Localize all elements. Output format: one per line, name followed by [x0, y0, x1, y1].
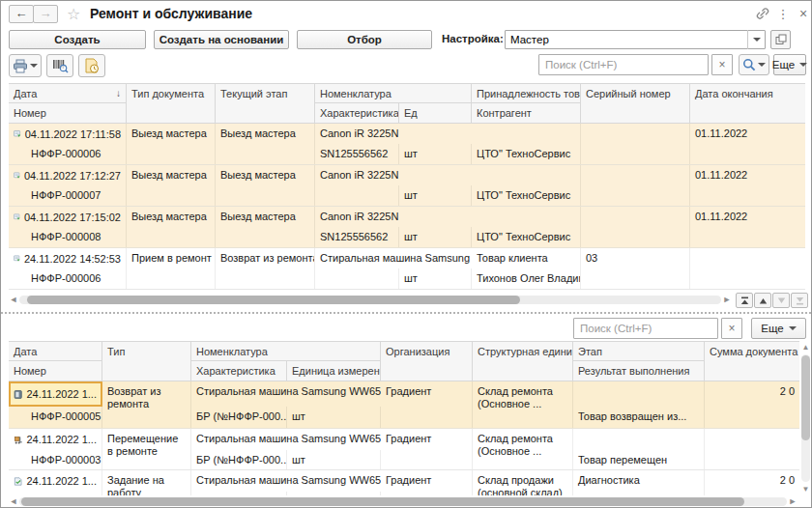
- search-button[interactable]: [739, 54, 769, 75]
- scroll-left-icon[interactable]: ◄: [9, 295, 18, 305]
- scroll-left-icon[interactable]: ◄: [9, 496, 18, 507]
- ownership-cell: [472, 124, 581, 144]
- scroll-down-icon[interactable]: ▼: [799, 483, 812, 495]
- settings-dropdown-button[interactable]: [747, 30, 765, 49]
- nomenclature-cell: Canon iR 3225N: [315, 124, 472, 144]
- characteristic-cell: SN125556562: [315, 227, 399, 247]
- characteristic-cell: [315, 268, 399, 289]
- col-characteristic[interactable]: Характеристика: [191, 361, 287, 381]
- serial-cell: [581, 124, 690, 164]
- settings-input[interactable]: [505, 30, 766, 49]
- col-result[interactable]: Результат выполнения: [573, 361, 705, 381]
- scroll-thumb[interactable]: [801, 355, 810, 440]
- barcode-search-icon: [52, 58, 69, 73]
- doc-type-cell: Выезд мастера: [127, 207, 216, 247]
- scroll-right-icon[interactable]: ►: [722, 295, 732, 305]
- table1-hscrollbar[interactable]: ◄ ►: [9, 293, 732, 307]
- table-row[interactable]: 04.11.2022 17:11:58 Выезд мастера Выезд …: [9, 124, 805, 165]
- col-doc-type[interactable]: Тип документа: [127, 83, 216, 124]
- serial-cell: [581, 165, 690, 206]
- search-clear-button[interactable]: ×: [711, 54, 733, 75]
- go-last-button[interactable]: [791, 293, 808, 308]
- settings-choose-button[interactable]: [770, 30, 791, 49]
- more-button-top[interactable]: Еще: [773, 54, 806, 75]
- table-row-selected[interactable]: 24.11.2022 1... Возврат из ремонта Стира…: [9, 381, 799, 429]
- print-button[interactable]: [9, 54, 42, 77]
- more-menu-icon[interactable]: ⋮: [774, 6, 792, 23]
- result-cell: Товар возвращен из...: [573, 407, 705, 428]
- col-number[interactable]: Номер: [9, 361, 102, 381]
- doc-type-cell: Прием в ремонт: [127, 248, 216, 289]
- link-icon[interactable]: [754, 6, 771, 23]
- stage-cell: Выезд мастера: [216, 207, 315, 247]
- page-title: Ремонт и обслуживание: [90, 6, 252, 21]
- scroll-thumb[interactable]: [27, 296, 520, 304]
- nomenclature-cell: Canon iR 3225N: [315, 165, 472, 185]
- recent-documents-button[interactable]: [78, 54, 105, 77]
- doc-date-cell: 24.11.2022 1...: [9, 429, 102, 450]
- stage-cell: Возврат из ремонта: [216, 248, 315, 289]
- more-button-bottom[interactable]: Еще: [751, 318, 806, 339]
- nav-history: ← →: [9, 5, 58, 23]
- structural-unit-cell: Склад ремонта (Основное ...: [473, 381, 573, 428]
- table-row[interactable]: 24.11.2022 14:52:53 Прием в ремонт Возвр…: [9, 248, 805, 290]
- col-type[interactable]: Тип: [102, 341, 191, 381]
- nomenclature-cell: Стиральная машина Samsung WW65A4...: [191, 429, 381, 450]
- create-on-basis-button[interactable]: Создать на основании: [154, 30, 289, 49]
- col-organization[interactable]: Организация: [381, 341, 473, 381]
- col-ownership[interactable]: Принадлежность товара: [472, 83, 581, 103]
- col-counterparty[interactable]: Контрагент: [472, 103, 581, 124]
- doc-type-cell: Задание на работу: [102, 470, 191, 495]
- col-number[interactable]: Номер: [9, 103, 127, 124]
- table-row[interactable]: 04.11.2022 17:15:02 Выезд мастера Выезд …: [9, 207, 805, 248]
- col-characteristic[interactable]: Характеристика: [315, 103, 399, 124]
- table2-hscrollbar[interactable]: ◄ ►: [9, 494, 798, 508]
- panel-splitter[interactable]: [1, 312, 811, 314]
- filter-button[interactable]: Отбор: [297, 30, 432, 49]
- doc-number-cell: НФФР-000007: [9, 185, 127, 206]
- scroll-thumb[interactable]: [21, 497, 744, 506]
- col-serial[interactable]: Серийный номер: [581, 83, 690, 124]
- table2-vscrollbar[interactable]: ▲ ▼: [799, 341, 812, 495]
- search-input-bottom[interactable]: [573, 318, 718, 339]
- close-icon[interactable]: ×: [795, 6, 812, 23]
- back-button[interactable]: ←: [9, 5, 34, 23]
- nomenclature-cell: Стиральная машина Samsung WW65A4...: [191, 470, 381, 492]
- doc-date-cell: 04.11.2022 17:11:58: [9, 124, 127, 144]
- col-sum[interactable]: Сумма документа: [705, 341, 799, 381]
- doc-type-cell: Возврат из ремонта: [102, 381, 191, 428]
- col-end-date[interactable]: Дата окончания: [690, 83, 805, 124]
- characteristic-cell: [315, 185, 399, 206]
- chevron-down-icon: [758, 63, 766, 67]
- col-date[interactable]: Дата↓: [9, 83, 127, 103]
- structural-unit-cell: Склад ремонта (Основное ...: [473, 429, 573, 469]
- col-unit[interactable]: Единица измерения: [287, 361, 381, 381]
- col-stage[interactable]: Этап: [573, 341, 705, 361]
- end-date-cell: 01.11.2022: [690, 124, 805, 164]
- table-row[interactable]: 04.11.2022 17:12:27 Выезд мастера Выезд …: [9, 165, 805, 207]
- go-down-button[interactable]: [772, 293, 790, 308]
- col-stage[interactable]: Текущий этап: [216, 83, 315, 124]
- barcode-search-button[interactable]: [46, 54, 73, 77]
- create-button[interactable]: Создать: [9, 30, 146, 49]
- search-input[interactable]: [538, 54, 709, 75]
- go-first-button[interactable]: [736, 293, 753, 308]
- doc-number-cell: НФФР-000005: [9, 407, 102, 428]
- col-unit[interactable]: Ед: [399, 103, 472, 124]
- col-nomenclature[interactable]: Номенклатура: [191, 341, 381, 361]
- scroll-up-icon[interactable]: ▲: [799, 341, 812, 353]
- table-row[interactable]: 24.11.2022 1... Задание на работу Стирал…: [9, 470, 799, 495]
- task-icon: [14, 475, 22, 488]
- scroll-right-icon[interactable]: ►: [788, 496, 798, 507]
- forward-button[interactable]: →: [33, 5, 58, 23]
- col-nomenclature[interactable]: Номенклатура: [315, 83, 472, 103]
- search-clear-button-bottom[interactable]: ×: [721, 318, 742, 339]
- go-up-button[interactable]: [754, 293, 771, 308]
- col-structural-unit[interactable]: Структурная единица: [473, 341, 573, 381]
- doc-number-cell: НФФР-000008: [9, 227, 127, 247]
- favorite-star-icon[interactable]: ☆: [67, 5, 80, 23]
- table-row[interactable]: 24.11.2022 1... Перемещение в ремонте Ст…: [9, 429, 799, 470]
- col-date[interactable]: Дата: [9, 341, 102, 361]
- characteristic-cell: SN125556562: [315, 144, 399, 164]
- stage-cell: Диагностика: [573, 470, 705, 492]
